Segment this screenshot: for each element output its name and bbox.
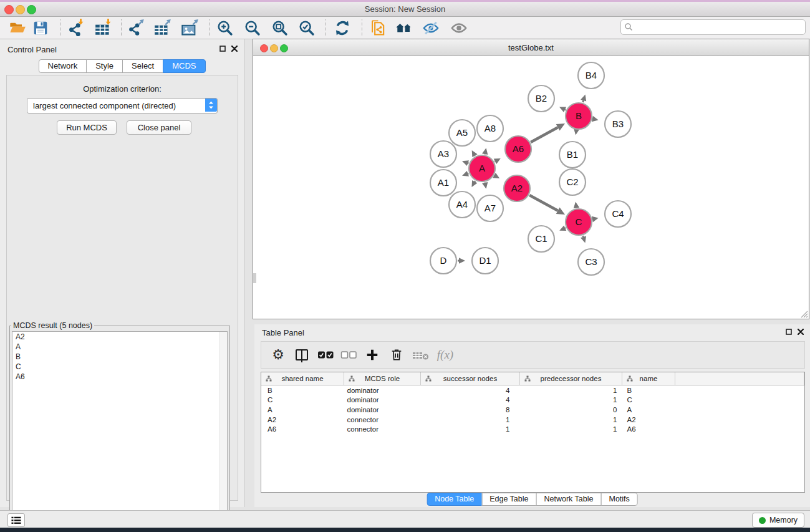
tab-edge-table[interactable]: Edge Table [481,493,536,506]
list-icon [11,516,21,525]
delete-table-icon[interactable] [410,344,431,365]
column-type-icon [524,375,531,382]
export-network-icon[interactable] [126,18,147,37]
graph-edge-A-A4[interactable] [475,181,475,181]
table-settings-icon[interactable]: ⚙ [268,344,289,365]
export-table-icon[interactable] [152,18,173,37]
mcds-result-item[interactable]: C [12,362,227,372]
split-view-icon[interactable] [291,344,312,365]
graph-edge-C-C3[interactable] [583,236,584,237]
mcds-result-item[interactable]: A2 [12,332,227,342]
run-mcds-button[interactable]: Run MCDS [57,120,117,135]
table-cell: 1 [520,395,622,405]
mcds-result-item[interactable]: A6 [12,372,227,382]
optimization-criterion-select[interactable]: largest connected component (directed) [27,98,218,114]
table-cell-filler [675,395,804,405]
zoom-fit-icon[interactable] [269,18,291,37]
graph-edge-A2-C[interactable] [529,195,557,211]
control-panel: Control Panel NetworkStyleSelectMCDS Opt… [0,39,244,507]
selected-criterion: largest connected component (directed) [33,101,176,110]
zoom-out-icon[interactable] [242,18,263,37]
network-from-selection-icon[interactable] [368,18,389,37]
network-canvas[interactable]: B4B2BB3A8A5A6A3B1AA1C2A2A4A7C4CC1DD1C3 [253,56,809,319]
node-label-C: C [576,216,582,227]
refresh-network-icon[interactable] [332,18,353,37]
function-builder-icon[interactable]: f(x) [435,344,456,365]
table-toolbar: ⚙ f(x) [261,341,805,369]
table-cell: connector [344,424,421,434]
toolbar-separator [121,19,122,36]
task-history-button[interactable] [7,513,25,527]
resize-grip-icon[interactable] [799,309,808,318]
import-table-icon[interactable] [93,18,114,37]
first-neighbors-icon[interactable] [393,18,415,37]
node-label-A7: A7 [485,203,496,213]
table-cell: 1 [520,385,622,395]
result-list-scrollbar[interactable] [219,332,227,522]
table-cell: A [261,405,344,415]
edge-arrowhead [482,148,488,155]
tab-select[interactable]: Select [122,59,163,73]
graph-edge-B-B2[interactable] [565,110,566,110]
edge-arrowhead [581,236,586,243]
search-field[interactable] [620,19,806,35]
float-panel-icon[interactable] [219,46,226,52]
table-row[interactable]: Adominator80A [261,405,804,415]
tab-mcds[interactable]: MCDS [163,59,205,73]
column-type-icon [349,375,355,382]
tab-node-table[interactable]: Node Table [427,493,482,506]
table-row[interactable]: Cdominator41C [261,395,804,405]
mcds-result-list[interactable]: A2ABCA6 [12,331,228,523]
hide-selected-icon[interactable] [420,18,441,37]
graph-edge-A6-B[interactable] [531,127,557,142]
mcds-result-item[interactable]: A [12,342,227,352]
node-label-A3: A3 [438,148,449,159]
export-image-icon[interactable] [180,18,201,37]
control-panel-tabs: NetworkStyleSelectMCDS [38,59,205,73]
search-input[interactable] [635,21,803,34]
column-header-shared-name[interactable]: shared name [261,372,344,385]
close-panel-button[interactable]: Close panel [127,120,191,135]
graph-edge-B-B4[interactable] [583,100,584,102]
table-cell-filler [675,405,804,415]
zoom-selected-icon[interactable] [296,18,317,37]
column-header-predecessor-nodes[interactable]: predecessor nodes [520,372,622,385]
mcds-result-item[interactable]: B [12,352,227,362]
import-network-icon[interactable] [65,18,87,37]
create-column-icon[interactable] [362,344,383,365]
node-label-B1: B1 [567,149,578,160]
deselect-all-columns-icon[interactable] [338,344,359,365]
table-row[interactable]: Bdominator41B [261,385,804,395]
show-all-icon[interactable] [448,18,470,37]
table-panel: Table Panel ⚙ f(x) shared nameMCDS roles… [254,324,810,507]
save-session-icon[interactable] [30,18,51,37]
tab-network-table[interactable]: Network Table [536,493,602,506]
memory-button[interactable]: Memory [752,513,804,528]
memory-status-icon [759,517,766,524]
float-table-panel-icon[interactable] [786,329,792,335]
table-row[interactable]: A6connector11A6 [261,424,804,434]
column-header-successor-nodes[interactable]: successor nodes [421,372,520,385]
node-label-C1: C1 [535,233,547,244]
close-panel-icon[interactable] [231,46,238,52]
table-cell: 4 [421,395,520,405]
delete-column-icon[interactable] [386,344,407,365]
column-header-MCDS-role[interactable]: MCDS role [344,372,421,385]
edge-arrowhead [592,116,599,122]
toolbar-separator [325,19,325,36]
tab-motifs[interactable]: Motifs [600,493,637,506]
node-label-B4: B4 [586,70,597,80]
node-label-A1: A1 [438,177,449,188]
network-window-titlebar[interactable]: testGlobe.txt [253,39,809,56]
toolbar-separator [362,19,362,36]
close-table-panel-icon[interactable] [798,329,804,335]
tab-network[interactable]: Network [38,59,87,73]
select-all-columns-icon[interactable] [315,344,336,365]
column-header-name[interactable]: name [622,372,675,385]
open-session-icon[interactable] [7,18,28,37]
node-label-A8: A8 [485,123,496,133]
column-type-icon [425,375,432,382]
zoom-in-icon[interactable] [215,18,236,37]
tab-style[interactable]: Style [86,59,123,73]
table-row[interactable]: A2connector11A2 [261,415,804,425]
